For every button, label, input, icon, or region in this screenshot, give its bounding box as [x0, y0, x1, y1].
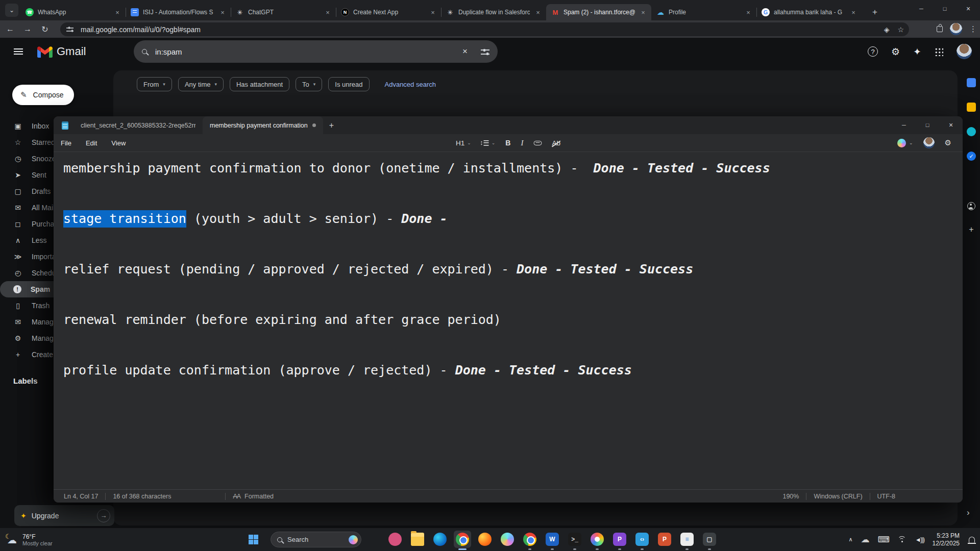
- line-ending[interactable]: Windows (CRLF): [806, 493, 869, 500]
- advanced-search-link[interactable]: Advanced search: [385, 81, 436, 88]
- start-button[interactable]: [249, 535, 258, 544]
- filter-chip-has-attachment[interactable]: Has attachment: [230, 77, 289, 91]
- compose-button[interactable]: ✎ Compose: [12, 85, 74, 105]
- browser-tab[interactable]: ☎WhatsApp×: [20, 4, 126, 20]
- browser-tab[interactable]: NCreate Next App×: [336, 4, 441, 20]
- notifications-bell-icon[interactable]: [969, 537, 975, 543]
- taskbar-edge-icon[interactable]: [431, 531, 449, 548]
- taskbar-terminal-icon[interactable]: >_: [566, 531, 583, 548]
- filter-chip-to[interactable]: To▾: [296, 77, 322, 91]
- notepad-tab[interactable]: client_secret_2_60053885332-2reqe52rribc: [74, 116, 203, 134]
- side-panel-contacts-alt-icon[interactable]: [964, 124, 978, 139]
- tray-chevron-icon[interactable]: ∧: [849, 536, 853, 543]
- taskbar-photos-icon[interactable]: [589, 531, 606, 548]
- url-text[interactable]: mail.google.com/mail/u/0/?ogbl#spam: [81, 26, 876, 34]
- notepad-tab[interactable]: membership payment confirmation: [203, 116, 323, 134]
- upgrade-button[interactable]: ✦ Upgrade →: [14, 505, 114, 526]
- tab-search-button[interactable]: ⌄: [5, 4, 18, 17]
- back-button[interactable]: ←: [3, 22, 17, 36]
- notepad-new-tab-button[interactable]: +: [329, 121, 334, 130]
- browser-tab[interactable]: ✳ChatGPT×: [231, 4, 336, 20]
- bookmark-star-icon[interactable]: ☆: [897, 26, 904, 34]
- onedrive-icon[interactable]: ☁: [861, 534, 870, 545]
- filter-chip-from[interactable]: From▾: [137, 77, 172, 91]
- tab-close-icon[interactable]: ×: [744, 8, 752, 16]
- address-bar[interactable]: mail.google.com/mail/u/0/?ogbl#spam ◈ ☆: [60, 22, 909, 36]
- browser-menu-icon[interactable]: ⋮: [969, 24, 977, 34]
- menu-view[interactable]: View: [104, 139, 133, 147]
- browser-tab[interactable]: Gallahumma barik laha - G×: [756, 4, 862, 20]
- tab-close-icon[interactable]: ×: [324, 8, 332, 16]
- weather-widget[interactable]: ☾☁ 76°F Mostly clear: [5, 528, 53, 551]
- close-button[interactable]: ×: [957, 0, 980, 17]
- notepad-maximize-button[interactable]: □: [916, 116, 939, 133]
- minimize-button[interactable]: ─: [910, 0, 933, 17]
- forward-button[interactable]: →: [20, 22, 35, 36]
- filter-chip-is-unread[interactable]: Is unread: [328, 77, 369, 91]
- search-icon[interactable]: [142, 49, 147, 54]
- google-apps-grid-icon[interactable]: [935, 47, 943, 56]
- side-panel-person-icon[interactable]: [964, 199, 978, 213]
- help-icon[interactable]: ?: [868, 46, 878, 57]
- clear-search-icon[interactable]: ×: [462, 46, 468, 57]
- mail-search-bar[interactable]: ×: [134, 40, 498, 63]
- side-panel-keep-icon[interactable]: [964, 100, 978, 114]
- tab-close-icon[interactable]: ×: [639, 8, 647, 16]
- taskbar-chrome-icon[interactable]: [454, 531, 471, 548]
- search-input[interactable]: [155, 47, 462, 56]
- formatted-indicator[interactable]: AA Formatted: [225, 493, 281, 500]
- italic-button[interactable]: I: [521, 139, 523, 147]
- menu-edit[interactable]: Edit: [79, 139, 104, 147]
- filter-chip-any-time[interactable]: Any time▾: [178, 77, 224, 91]
- browser-tab[interactable]: ☁Profile×: [651, 4, 756, 20]
- wifi-icon[interactable]: [898, 536, 907, 543]
- side-panel-calendar-icon[interactable]: [964, 76, 978, 90]
- encoding[interactable]: UTF-8: [870, 493, 902, 500]
- settings-gear-icon[interactable]: ⚙: [891, 46, 900, 58]
- tab-close-icon[interactable]: ×: [849, 8, 857, 16]
- zoom-level[interactable]: 190%: [775, 493, 806, 500]
- menu-file[interactable]: File: [54, 139, 79, 147]
- account-avatar[interactable]: [957, 44, 972, 59]
- notepad-editor[interactable]: membership payment confirmation to donor…: [54, 152, 963, 489]
- notepad-account-avatar[interactable]: [923, 137, 935, 148]
- notepad-settings-icon[interactable]: ⚙: [945, 138, 951, 147]
- taskbar-word-icon[interactable]: W: [544, 531, 561, 548]
- show-side-panel-chevron[interactable]: ›: [967, 508, 970, 518]
- upgrade-arrow-icon[interactable]: →: [97, 509, 110, 522]
- clock[interactable]: 5:23 PM 12/2/2025: [933, 532, 960, 547]
- copilot-menu[interactable]: ⌄: [897, 139, 913, 147]
- taskbar-app-purple-icon[interactable]: P: [611, 531, 628, 548]
- taskbar-search[interactable]: Search: [271, 532, 361, 547]
- taskbar-file-explorer-icon[interactable]: [409, 531, 426, 548]
- tab-close-icon[interactable]: ×: [113, 8, 121, 16]
- taskbar-vscode-icon[interactable]: ‹›: [633, 531, 651, 548]
- taskbar-display-icon[interactable]: ▢: [701, 531, 718, 548]
- site-info-icon[interactable]: [66, 27, 75, 33]
- bold-button[interactable]: B: [505, 139, 510, 147]
- taskbar-chrome-profile-2-icon[interactable]: [521, 531, 538, 548]
- tab-close-icon[interactable]: ×: [534, 8, 542, 16]
- tab-close-icon[interactable]: ×: [429, 8, 437, 16]
- gemini-sparkle-icon[interactable]: ✦: [913, 46, 921, 58]
- browser-tab[interactable]: ✳Duplicate flow in Salesforce×: [441, 4, 546, 20]
- side-panel-tasks-icon[interactable]: ✓: [964, 149, 978, 163]
- main-menu-icon[interactable]: [14, 48, 23, 55]
- taskbar-firefox-icon[interactable]: [476, 531, 494, 548]
- browser-tab[interactable]: MSpam (2) - ishann.tforce@×: [546, 4, 651, 20]
- extensions-icon[interactable]: [937, 26, 943, 32]
- browser-tab[interactable]: ISIJ - Automation/Flows S×: [126, 4, 231, 20]
- maximize-button[interactable]: □: [933, 0, 957, 17]
- reload-button[interactable]: ↻: [38, 22, 52, 36]
- taskbar-notepad-app-icon[interactable]: ≡: [678, 531, 696, 548]
- reading-mode-icon[interactable]: ◈: [884, 26, 890, 34]
- volume-icon[interactable]: ◄))): [915, 536, 924, 543]
- heading-style-dropdown[interactable]: H1⌄: [456, 139, 471, 147]
- taskbar-paint-icon[interactable]: [386, 531, 404, 548]
- taskbar-copilot-icon[interactable]: [499, 531, 516, 548]
- gmail-logo[interactable]: Gmail: [37, 45, 86, 58]
- tab-close-icon[interactable]: ×: [218, 8, 227, 16]
- side-panel-add-icon[interactable]: +: [964, 222, 978, 237]
- clear-formatting-icon[interactable]: Ab: [552, 139, 560, 147]
- notepad-close-button[interactable]: ×: [939, 116, 963, 133]
